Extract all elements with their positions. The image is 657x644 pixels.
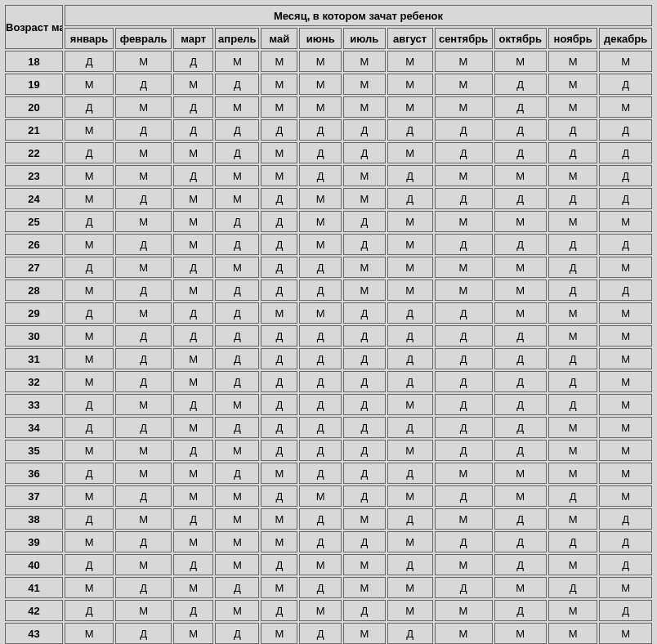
data-cell: М: [299, 188, 342, 209]
data-cell: Д: [215, 623, 259, 644]
data-cell: М: [435, 623, 493, 644]
data-cell: Д: [65, 96, 114, 118]
row-header-age: 35: [5, 440, 63, 461]
data-cell: М: [343, 165, 386, 186]
data-cell: М: [261, 51, 297, 72]
col-header-month: июль: [343, 28, 386, 49]
data-cell: Д: [65, 211, 114, 232]
data-cell: М: [299, 600, 342, 621]
data-cell: М: [173, 463, 213, 484]
data-cell: М: [215, 394, 259, 415]
data-cell: М: [115, 257, 172, 278]
data-cell: Д: [343, 485, 386, 507]
row-header-age: 28: [5, 280, 63, 301]
col-header-month: май: [261, 28, 297, 49]
table-row: 29ДМДДММДДДМММ: [5, 302, 652, 324]
table-row: 20ДМДММММММДММ: [5, 96, 652, 118]
col-header-months-title: Месяц, в котором зачат ребенок: [65, 5, 652, 26]
data-cell: Д: [173, 119, 213, 141]
data-cell: Д: [548, 119, 597, 141]
data-cell: Д: [65, 394, 114, 415]
data-cell: М: [435, 280, 493, 301]
data-cell: Д: [343, 142, 386, 163]
data-cell: Д: [173, 96, 213, 118]
data-cell: М: [599, 96, 652, 118]
data-cell: Д: [435, 394, 493, 415]
data-cell: М: [494, 211, 548, 232]
data-cell: М: [387, 440, 433, 461]
data-cell: Д: [548, 234, 597, 255]
data-cell: М: [65, 119, 114, 141]
data-cell: Д: [215, 302, 259, 324]
data-cell: М: [387, 142, 433, 163]
data-cell: Д: [435, 417, 493, 438]
data-cell: М: [548, 74, 597, 95]
data-cell: Д: [494, 371, 548, 392]
data-cell: Д: [343, 531, 386, 552]
data-cell: Д: [387, 554, 433, 575]
data-cell: Д: [299, 325, 342, 347]
row-header-age: 19: [5, 74, 63, 95]
data-cell: Д: [494, 188, 548, 209]
data-cell: Д: [215, 417, 259, 438]
data-cell: Д: [65, 417, 114, 438]
data-cell: М: [261, 165, 297, 186]
row-header-age: 40: [5, 554, 63, 575]
data-cell: Д: [343, 302, 386, 324]
data-cell: М: [115, 554, 172, 575]
data-cell: М: [65, 165, 114, 186]
data-cell: Д: [599, 234, 652, 255]
data-cell: М: [548, 165, 597, 186]
table-row: 39МДМММДДМДДДД: [5, 531, 652, 552]
data-cell: М: [494, 302, 548, 324]
data-cell: М: [494, 257, 548, 278]
data-cell: Д: [494, 142, 548, 163]
table-row: 18ДМДМММММММММ: [5, 51, 652, 72]
row-header-age: 20: [5, 96, 63, 118]
data-cell: Д: [299, 142, 342, 163]
table-row: 34ДДМДДДДДДДММ: [5, 417, 652, 438]
data-cell: М: [387, 211, 433, 232]
data-cell: М: [215, 51, 259, 72]
data-cell: Д: [215, 325, 259, 347]
data-cell: Д: [435, 485, 493, 507]
data-cell: М: [435, 508, 493, 530]
data-cell: М: [599, 325, 652, 347]
data-cell: М: [435, 463, 493, 484]
data-cell: М: [215, 600, 259, 621]
row-header-age: 21: [5, 119, 63, 141]
table-row: 35ММДМДДДМДДММ: [5, 440, 652, 461]
data-cell: Д: [65, 508, 114, 530]
data-cell: М: [261, 463, 297, 484]
data-cell: Д: [435, 119, 493, 141]
data-cell: М: [261, 623, 297, 644]
row-header-age: 26: [5, 234, 63, 255]
col-header-month: январь: [65, 28, 114, 49]
data-cell: М: [173, 188, 213, 209]
col-header-month: октябрь: [494, 28, 548, 49]
data-cell: Д: [387, 417, 433, 438]
data-cell: М: [65, 371, 114, 392]
data-cell: Д: [299, 348, 342, 369]
data-cell: М: [599, 51, 652, 72]
row-header-age: 30: [5, 325, 63, 347]
data-cell: Д: [548, 485, 597, 507]
data-cell: Д: [261, 440, 297, 461]
data-cell: М: [215, 188, 259, 209]
data-cell: Д: [387, 371, 433, 392]
data-cell: Д: [343, 234, 386, 255]
row-header-age: 32: [5, 371, 63, 392]
data-cell: Д: [215, 234, 259, 255]
data-cell: Д: [494, 234, 548, 255]
data-cell: Д: [599, 165, 652, 186]
data-cell: М: [261, 74, 297, 95]
data-cell: Д: [494, 119, 548, 141]
data-cell: Д: [343, 600, 386, 621]
data-cell: Д: [115, 188, 172, 209]
data-cell: Д: [299, 531, 342, 552]
data-cell: Д: [599, 280, 652, 301]
data-cell: Д: [494, 417, 548, 438]
data-cell: Д: [261, 394, 297, 415]
data-cell: М: [65, 325, 114, 347]
data-cell: М: [115, 142, 172, 163]
